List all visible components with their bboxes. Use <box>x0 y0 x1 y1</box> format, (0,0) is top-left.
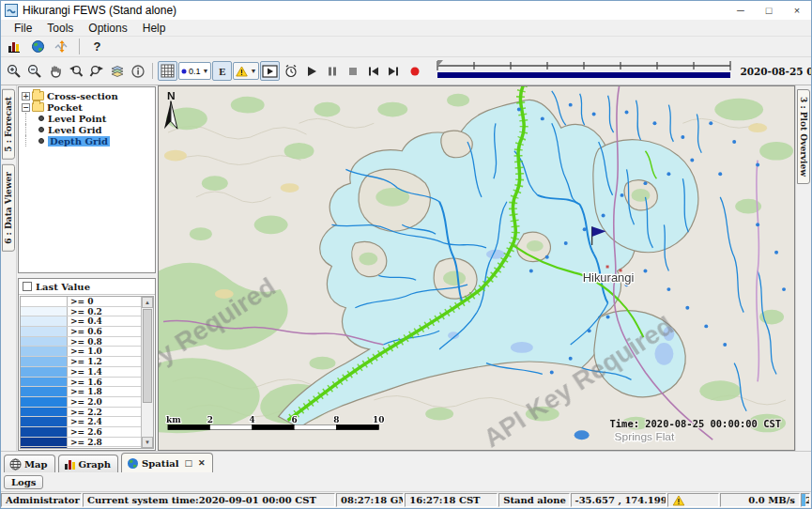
tab-graph-label: Graph <box>79 459 112 470</box>
record-button[interactable] <box>405 61 424 81</box>
zoom-in-icon[interactable] <box>4 61 23 81</box>
zoom-next-icon[interactable] <box>86 61 106 81</box>
contour-threshold-dropdown[interactable]: 0.1 ▼ <box>178 62 211 80</box>
legend-row[interactable]: >= 0 <box>21 297 141 307</box>
tab-map[interactable]: Map <box>4 455 55 472</box>
legend-color-swatch <box>21 327 68 336</box>
tab-forecast[interactable]: 5 : Forecast <box>2 89 15 160</box>
legend-class-label: >= 1.0 <box>68 347 141 356</box>
tree-item-pocket[interactable]: − Pocket <box>21 101 155 113</box>
warning-threshold-dropdown[interactable]: ▼ <box>233 62 259 80</box>
toolbar-separator <box>152 63 153 79</box>
layers-icon[interactable] <box>107 61 127 81</box>
tree-item-label: Level Point <box>48 114 106 124</box>
bullet-icon <box>38 116 44 121</box>
timeseries-display-icon[interactable] <box>52 37 71 56</box>
legend-class-label: >= 1.2 <box>68 357 141 366</box>
legend-color-swatch <box>21 367 68 377</box>
svg-text:10: 10 <box>373 415 384 424</box>
tree-item-depth-grid[interactable]: Depth Grid <box>21 135 155 147</box>
close-button[interactable]: × <box>783 1 811 20</box>
step-forward-button[interactable] <box>384 61 404 81</box>
legend-row[interactable]: >= 1.4 <box>21 367 141 378</box>
legend-row[interactable]: >= 0.4 <box>21 316 141 327</box>
grid-layer-toggle[interactable] <box>158 61 177 81</box>
stop-button[interactable] <box>343 61 362 81</box>
legend-row[interactable]: >= 1.8 <box>21 387 141 397</box>
legend-row[interactable]: >= 1.0 <box>21 347 141 357</box>
menu-tools[interactable]: Tools <box>39 21 81 36</box>
folder-icon <box>32 91 44 100</box>
info-icon[interactable] <box>128 61 147 81</box>
logs-button[interactable]: Logs <box>4 475 43 489</box>
legend-row[interactable]: >= 0.8 <box>21 337 141 347</box>
tab-restore-icon[interactable]: □ <box>185 458 193 468</box>
label-toggle[interactable]: E <box>212 61 232 81</box>
legend-scrollbar[interactable]: ▲ ▼ <box>141 297 153 448</box>
expander-minus-icon[interactable]: − <box>22 103 30 112</box>
title-bar[interactable]: Hikurangi FEWS (Stand alone) ─ □ × <box>1 1 811 20</box>
legend-row[interactable]: >= 2.0 <box>21 397 141 408</box>
legend-class-label: >= 0.8 <box>68 337 141 347</box>
map-canvas[interactable]: API Key Required API Key Required N km 2… <box>159 86 794 450</box>
legend-row[interactable]: >= 2.2 <box>21 408 141 418</box>
legend-color-swatch <box>21 438 68 447</box>
map-viewport[interactable]: API Key Required API Key Required N km 2… <box>158 85 795 451</box>
pause-button[interactable] <box>322 61 342 81</box>
tree-item-cross-section[interactable]: + Cross-section <box>21 90 155 101</box>
scroll-thumb[interactable] <box>143 309 152 403</box>
status-local-time: 16:27:18 CST <box>405 493 498 507</box>
tab-data-viewer[interactable]: 6 : Data Viewer <box>2 164 15 252</box>
legend-row[interactable]: >= 2.4 <box>21 417 141 427</box>
grid-display-icon[interactable] <box>5 37 24 56</box>
map-display-icon[interactable] <box>28 37 48 56</box>
app-window: Hikurangi FEWS (Stand alone) ─ □ × File … <box>0 0 812 509</box>
legend-row[interactable]: >= 2.6 <box>21 427 141 438</box>
status-coordinates: -35.657 , 174.199 <box>571 493 667 507</box>
maximize-button[interactable]: □ <box>755 1 783 20</box>
tab-spatial[interactable]: Spatial □ ✕ <box>121 453 212 472</box>
legend-color-swatch <box>21 387 68 396</box>
last-value-checkbox[interactable] <box>23 282 32 291</box>
tab-graph[interactable]: Graph <box>58 455 119 472</box>
movie-player-icon[interactable] <box>260 61 280 81</box>
scroll-up-icon[interactable]: ▲ <box>142 297 153 308</box>
legend-row[interactable]: >= 0.6 <box>21 327 141 337</box>
memory-label: 2.5 GB <box>805 495 810 505</box>
zoom-previous-icon[interactable] <box>66 61 85 81</box>
status-warning-cell[interactable] <box>667 493 718 507</box>
menu-options[interactable]: Options <box>81 21 134 36</box>
animation-timer-icon[interactable] <box>281 61 300 81</box>
menu-file[interactable]: File <box>7 21 39 36</box>
pan-hand-icon[interactable] <box>45 61 65 81</box>
expander-plus-icon[interactable]: + <box>22 92 30 100</box>
minimize-button[interactable]: ─ <box>727 1 755 20</box>
legend-color-swatch <box>21 347 68 356</box>
scroll-down-icon[interactable]: ▼ <box>142 437 153 448</box>
tree-connector <box>25 113 38 124</box>
tree-item-level-point[interactable]: Level Point <box>21 113 155 124</box>
zoom-out-icon[interactable] <box>24 61 44 81</box>
legend-class-label: >= 0.4 <box>68 316 141 326</box>
play-button[interactable] <box>301 61 321 81</box>
map-toolbar: 0.1 ▼ E ▼ <box>1 57 811 85</box>
menu-help[interactable]: Help <box>135 21 174 36</box>
tree-item-label: Cross-section <box>47 91 118 101</box>
legend-row[interactable]: >= 0.2 <box>21 307 141 317</box>
time-slider[interactable] <box>435 58 733 85</box>
main-area: 5 : Forecast 6 : Data Viewer + Cross-sec… <box>1 85 811 451</box>
tree-connector <box>25 135 38 147</box>
legend-color-swatch <box>21 297 68 306</box>
legend-class-label: >= 2.8 <box>68 438 141 447</box>
legend-row[interactable]: >= 2.8 <box>21 438 141 448</box>
status-memory: 2.5 GB <box>801 493 810 507</box>
help-button[interactable]: ? <box>87 37 107 56</box>
legend-class-label: >= 2.0 <box>68 397 141 407</box>
tab-close-icon[interactable]: ✕ <box>198 458 206 468</box>
legend-row[interactable]: >= 1.6 <box>21 378 141 388</box>
legend-row[interactable]: >= 3.0 <box>21 447 141 449</box>
tab-plot-overview[interactable]: 3 : Plot Overview <box>797 89 810 184</box>
tree-item-level-grid[interactable]: Level Grid <box>21 124 155 135</box>
legend-row[interactable]: >= 1.2 <box>21 357 141 367</box>
step-back-button[interactable] <box>363 61 383 81</box>
